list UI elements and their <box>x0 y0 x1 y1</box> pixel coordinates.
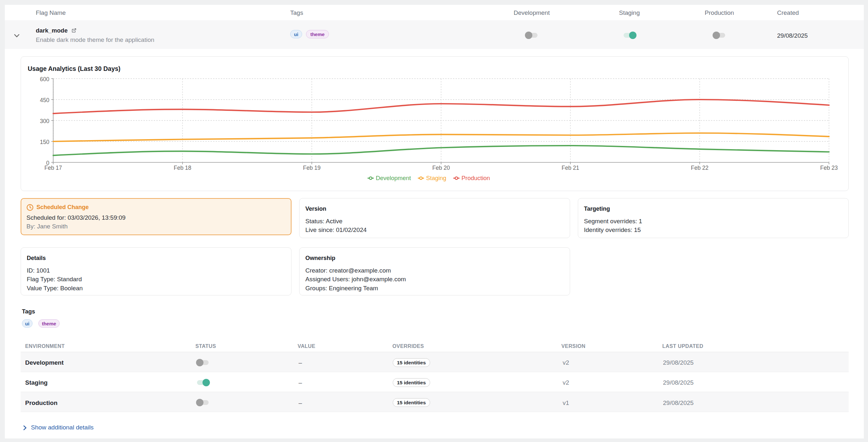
svg-text:Feb 23: Feb 23 <box>820 165 838 171</box>
svg-text:450: 450 <box>40 97 49 103</box>
svg-text:Feb 20: Feb 20 <box>432 165 450 171</box>
svg-text:300: 300 <box>40 118 49 124</box>
svg-text:Feb 17: Feb 17 <box>44 165 62 171</box>
svg-text:600: 600 <box>40 76 49 82</box>
svg-text:Feb 22: Feb 22 <box>691 165 708 171</box>
svg-text:Feb 18: Feb 18 <box>174 165 191 171</box>
svg-text:Feb 19: Feb 19 <box>303 165 320 171</box>
svg-text:Feb 21: Feb 21 <box>562 165 579 171</box>
svg-text:150: 150 <box>40 139 49 145</box>
